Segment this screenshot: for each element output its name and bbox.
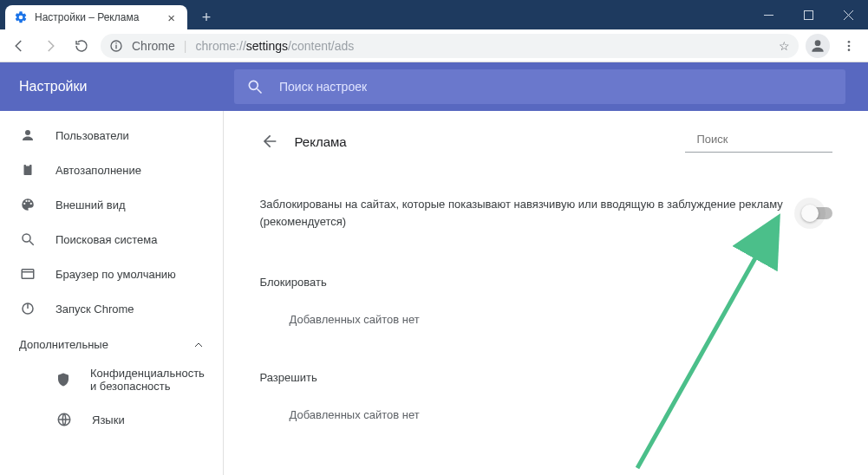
content-search[interactable]: [685, 130, 832, 153]
info-icon: [109, 39, 123, 53]
chevron-up-icon: [193, 340, 204, 350]
sidebar-item-label: Запуск Chrome: [55, 303, 134, 316]
ads-toggle-description: Заблокированы на сайтах, которые показыв…: [260, 196, 786, 231]
globe-icon: [55, 412, 73, 427]
browser-toolbar: Chrome | chrome://settings/content/ads ☆: [0, 29, 868, 62]
svg-rect-3: [115, 44, 116, 49]
svg-rect-1: [804, 10, 813, 19]
settings-sidebar: Пользователи Автозаполнение Внешний вид …: [0, 111, 224, 475]
svg-point-6: [848, 41, 851, 43]
svg-rect-12: [24, 165, 32, 175]
sidebar-item-search-engine[interactable]: Поисковая система: [0, 222, 223, 257]
nav-back-button[interactable]: [7, 34, 31, 58]
window-maximize-button[interactable]: [788, 0, 828, 29]
svg-point-9: [249, 81, 258, 89]
block-section-title: Блокировать: [260, 276, 832, 289]
power-icon: [19, 301, 36, 316]
back-button[interactable]: [260, 133, 277, 150]
svg-rect-16: [22, 270, 34, 279]
settings-content: Реклама Заблокированы на сайтах, которые…: [224, 111, 868, 475]
svg-rect-4: [115, 42, 116, 43]
svg-point-5: [815, 40, 821, 46]
close-tab-button[interactable]: ×: [164, 10, 179, 25]
sidebar-item-label: Пользователи: [55, 129, 129, 142]
sidebar-item-label: Языки: [92, 413, 125, 426]
svg-line-15: [29, 241, 34, 245]
content-search-input[interactable]: [695, 132, 845, 146]
sidebar-item-autofill[interactable]: Автозаполнение: [0, 153, 223, 187]
sidebar-item-on-startup[interactable]: Запуск Chrome: [0, 291, 223, 326]
ads-toggle[interactable]: [803, 207, 832, 219]
bookmark-star-icon[interactable]: ☆: [779, 39, 790, 53]
svg-point-11: [25, 130, 30, 135]
address-origin-label: Chrome: [132, 39, 175, 53]
search-icon: [246, 78, 264, 95]
sidebar-item-privacy[interactable]: Конфиденциальность и безопасность: [0, 360, 223, 400]
new-tab-button[interactable]: +: [194, 5, 219, 29]
page-title: Реклама: [295, 134, 347, 149]
svg-point-7: [848, 44, 851, 47]
sidebar-item-label: Конфиденциальность и безопасность: [90, 367, 205, 393]
settings-header: Настройки: [0, 62, 868, 111]
sidebar-item-label: Автозаполнение: [55, 164, 141, 177]
shield-icon: [55, 372, 71, 387]
clipboard-icon: [19, 162, 36, 178]
window-titlebar: Настройки – Реклама × +: [0, 0, 868, 29]
svg-line-10: [258, 89, 262, 94]
svg-rect-0: [764, 15, 773, 16]
window-close-button[interactable]: [828, 0, 868, 29]
sidebar-item-label: Поисковая система: [55, 233, 158, 246]
sidebar-item-label: Внешний вид: [55, 198, 126, 211]
sidebar-item-languages[interactable]: Языки: [0, 400, 223, 439]
sidebar-section-advanced[interactable]: Дополнительные: [0, 326, 223, 360]
sidebar-item-label: Браузер по умолчанию: [55, 268, 176, 281]
browser-menu-button[interactable]: [837, 34, 861, 58]
block-section-empty: Добавленных сайтов нет: [260, 289, 832, 326]
gear-icon: [14, 10, 28, 24]
address-url: chrome://settings/content/ads: [195, 39, 354, 53]
window-minimize-button[interactable]: [748, 0, 788, 29]
palette-icon: [19, 197, 36, 212]
settings-brand: Настройки: [0, 79, 225, 94]
allow-section-empty: Добавленных сайтов нет: [260, 384, 832, 421]
nav-forward-button[interactable]: [38, 34, 62, 58]
address-bar[interactable]: Chrome | chrome://settings/content/ads ☆: [101, 34, 799, 58]
settings-search-input[interactable]: [277, 79, 833, 94]
browser-icon: [19, 266, 36, 282]
search-icon: [19, 231, 36, 247]
sidebar-item-appearance[interactable]: Внешний вид: [0, 187, 223, 222]
sidebar-item-users[interactable]: Пользователи: [0, 118, 223, 153]
settings-search[interactable]: [234, 69, 845, 104]
svg-rect-13: [26, 164, 30, 166]
svg-point-14: [23, 234, 30, 242]
profile-avatar-button[interactable]: [806, 34, 830, 58]
nav-reload-button[interactable]: [69, 34, 94, 58]
sidebar-item-default-browser[interactable]: Браузер по умолчанию: [0, 257, 223, 291]
allow-section-title: Разрешить: [260, 371, 832, 384]
browser-tab-active[interactable]: Настройки – Реклама ×: [5, 5, 187, 29]
svg-point-8: [848, 49, 851, 51]
person-icon: [19, 127, 36, 143]
browser-tab-title: Настройки – Реклама: [35, 11, 139, 23]
